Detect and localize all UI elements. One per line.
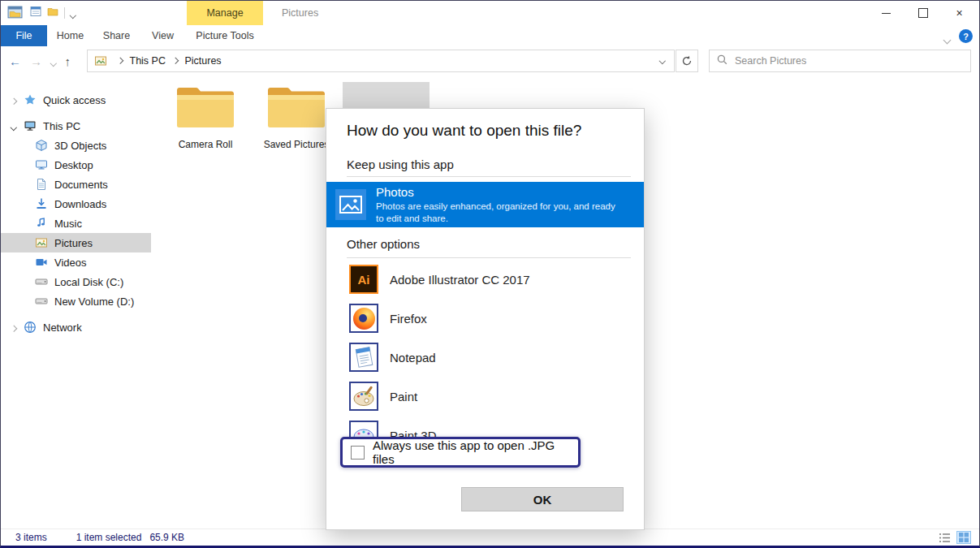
sidebar-item-documents[interactable]: Documents — [1, 175, 151, 194]
sidebar-item-music[interactable]: Music — [1, 214, 151, 233]
sidebar-item-label: This PC — [43, 120, 80, 132]
paint-icon — [349, 382, 378, 411]
sidebar-item-label: Network — [43, 321, 82, 334]
firefox-icon — [349, 304, 378, 333]
disk-drive-icon — [35, 295, 48, 308]
sidebar-item-quick-access[interactable]: Quick access — [1, 90, 151, 110]
open-with-dialog: How do you want to open this file? Keep … — [326, 108, 645, 530]
other-apps-list: Ai Adobe Illustrator CC 2017 Firefox Not… — [326, 260, 644, 442]
breadcrumb-chevron-icon[interactable] — [173, 58, 178, 63]
3d-objects-icon — [35, 139, 48, 152]
maximize-button[interactable] — [904, 1, 941, 25]
tab-share[interactable]: Share — [93, 25, 140, 46]
expand-chevron-icon[interactable] — [11, 321, 16, 334]
window-title: Pictures — [282, 7, 318, 19]
selection-count: 1 item selected — [76, 532, 142, 543]
app-option-illustrator[interactable]: Ai Adobe Illustrator CC 2017 — [326, 260, 644, 299]
dialog-title: How do you want to open this file? — [347, 122, 632, 140]
status-bar: 3 items 1 item selected 65.9 KB — [1, 529, 979, 546]
app-option-firefox[interactable]: Firefox — [326, 299, 644, 338]
explorer-icon — [7, 5, 23, 20]
expand-chevron-icon[interactable] — [11, 94, 16, 106]
this-pc-icon — [24, 119, 37, 132]
sidebar-item-label: 3D Objects — [54, 140, 106, 152]
items-count: 3 items — [15, 532, 47, 543]
tab-file[interactable]: File — [1, 25, 47, 46]
address-bar[interactable]: This PC Pictures — [87, 50, 675, 72]
videos-icon — [35, 256, 48, 269]
search-input[interactable] — [733, 54, 963, 67]
sidebar-item-this-pc[interactable]: This PC — [1, 116, 151, 136]
qat-customize-chevron-icon[interactable] — [71, 6, 76, 20]
section-divider — [347, 176, 631, 177]
sidebar-item-new-volume-d[interactable]: New Volume (D:) — [1, 291, 151, 311]
app-option-photos[interactable]: Photos Photos are easily enhanced, organ… — [326, 182, 644, 227]
back-button[interactable]: ← — [9, 54, 21, 68]
quick-access-toolbar — [30, 6, 76, 20]
breadcrumb-chevron-icon[interactable] — [118, 58, 123, 63]
history-chevron-icon[interactable] — [51, 54, 56, 68]
network-icon — [24, 321, 37, 334]
folder-label: Camera Roll — [162, 139, 249, 150]
forward-button[interactable]: → — [30, 54, 42, 68]
always-use-checkbox-label[interactable]: Always use this app to open .JPG files — [373, 438, 578, 466]
qat-divider — [64, 7, 65, 19]
always-use-checkbox[interactable] — [351, 446, 365, 460]
sidebar-item-label: Pictures — [54, 237, 93, 249]
disk-drive-icon — [35, 275, 48, 288]
folder-camera-roll[interactable]: Camera Roll — [162, 84, 249, 150]
help-button[interactable]: ? — [959, 29, 973, 43]
sidebar-item-network[interactable]: Network — [1, 317, 151, 337]
refresh-button[interactable] — [676, 50, 698, 72]
app-name: Photos — [376, 185, 620, 199]
tab-picture-tools[interactable]: Picture Tools — [187, 25, 263, 46]
details-view-button[interactable] — [937, 531, 952, 544]
sidebar-item-downloads[interactable]: Downloads — [1, 194, 151, 214]
desktop-icon — [35, 158, 48, 171]
breadcrumb-this-pc[interactable]: This PC — [128, 55, 167, 67]
sidebar-item-label: Downloads — [54, 198, 106, 210]
file-explorer-window: Manage Pictures × File Home Share View P… — [0, 0, 980, 548]
pictures-icon — [35, 236, 48, 249]
section-divider — [347, 257, 631, 258]
ribbon-tab-row: File Home Share View Picture Tools ? — [1, 25, 979, 47]
app-name: Notepad — [390, 351, 436, 365]
sidebar-item-videos[interactable]: Videos — [1, 252, 151, 272]
notepad-icon — [349, 343, 378, 372]
app-name: Firefox — [390, 312, 427, 326]
collapse-chevron-icon[interactable] — [11, 120, 16, 132]
qat-new-folder-icon[interactable] — [47, 6, 58, 20]
ribbon-collapse-icon[interactable] — [944, 32, 950, 46]
title-bar: Manage Pictures × — [1, 1, 979, 25]
app-option-notepad[interactable]: Notepad — [326, 338, 644, 377]
up-button[interactable]: ↑ — [65, 54, 71, 68]
tab-view[interactable]: View — [140, 25, 186, 46]
sidebar-item-3d-objects[interactable]: 3D Objects — [1, 136, 151, 155]
address-row: ← → ↑ This PC Pictures — [1, 46, 979, 76]
app-option-paint[interactable]: Paint — [326, 377, 644, 416]
sidebar-item-label: Music — [54, 218, 82, 230]
navigation-pane: Quick access This PC 3D Objects Desktop … — [1, 76, 151, 527]
ok-button[interactable]: OK — [461, 487, 624, 511]
address-dropdown-icon[interactable] — [660, 58, 665, 63]
sidebar-item-label: Quick access — [43, 94, 106, 106]
minimize-button[interactable] — [868, 1, 904, 25]
sidebar-item-label: Local Disk (C:) — [54, 276, 123, 288]
sidebar-item-label: New Volume (D:) — [54, 296, 134, 308]
navigation-buttons: ← → ↑ — [9, 46, 71, 76]
breadcrumb-pictures[interactable]: Pictures — [183, 55, 222, 67]
close-button[interactable]: × — [941, 1, 978, 25]
tab-home[interactable]: Home — [47, 25, 93, 46]
selection-size: 65.9 KB — [149, 532, 184, 543]
app-description: Photos are easily enhanced, organized fo… — [376, 201, 620, 225]
keep-using-section-label: Keep using this app — [347, 157, 454, 171]
sidebar-item-pictures[interactable]: Pictures — [1, 233, 151, 252]
large-icons-view-button[interactable] — [956, 531, 971, 544]
downloads-icon — [35, 197, 48, 210]
sidebar-item-label: Desktop — [54, 159, 93, 171]
sidebar-item-desktop[interactable]: Desktop — [1, 155, 151, 175]
qat-properties-icon[interactable] — [30, 6, 41, 20]
manage-context-tab[interactable]: Manage — [187, 1, 263, 25]
location-icon — [94, 54, 107, 67]
sidebar-item-local-disk-c[interactable]: Local Disk (C:) — [1, 272, 151, 291]
